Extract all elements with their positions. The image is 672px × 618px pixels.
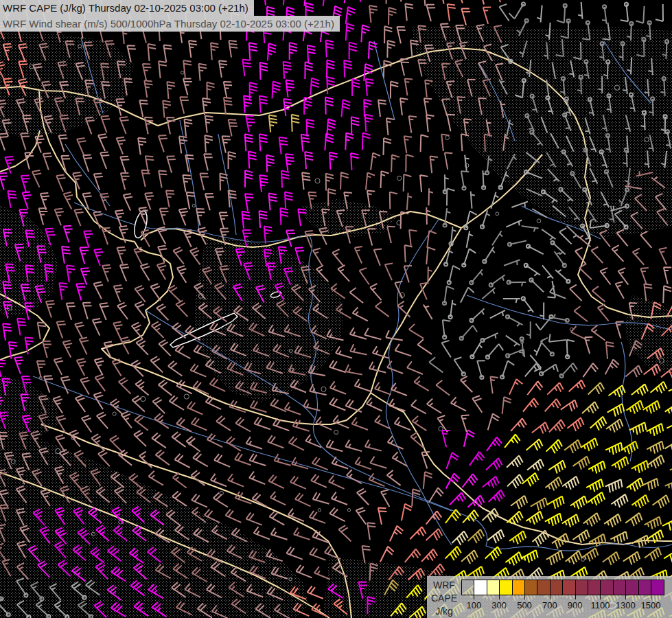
legend-tick	[499, 595, 500, 599]
title-line-cape: WRF CAPE (J/kg) Thursday 02-10-2025 03:0…	[0, 0, 254, 16]
legend-tick-label: 1500	[641, 600, 661, 610]
legend-tick-label: 900	[568, 600, 583, 610]
legend-swatch	[575, 580, 589, 595]
legend-tick	[600, 595, 601, 599]
weather-map	[0, 0, 672, 618]
legend-tick	[524, 595, 525, 599]
legend-swatch	[550, 580, 564, 595]
legend-colorbar: 100300500700900110013001500	[461, 580, 664, 595]
legend-swatch	[461, 580, 475, 595]
legend-swatch	[499, 580, 513, 595]
legend-swatch	[613, 580, 627, 595]
legend-swatch	[487, 580, 500, 595]
legend-tick-label: 700	[542, 600, 557, 610]
legend-tick	[575, 595, 576, 599]
legend-tick	[474, 595, 474, 599]
legend-tick-label: 1300	[616, 600, 636, 610]
legend-swatch	[524, 580, 538, 595]
legend-title: WRF CAPE J/kg	[427, 576, 461, 618]
cape-legend: WRF CAPE J/kg 10030050070090011001300150…	[427, 576, 672, 618]
legend-swatch	[562, 580, 576, 595]
legend-title-param: CAPE	[427, 592, 461, 605]
legend-swatch	[588, 580, 601, 595]
legend-swatch	[474, 580, 487, 595]
legend-tick-label: 500	[517, 600, 532, 610]
legend-swatch	[625, 580, 639, 595]
legend-tick-label: 1100	[590, 600, 610, 610]
title-line-shear: WRF Wind shear (m/s) 500/1000hPa Thursda…	[0, 16, 340, 32]
legend-tick	[651, 595, 651, 599]
legend-swatch	[537, 580, 551, 595]
legend-swatch	[512, 580, 526, 595]
legend-swatch	[638, 580, 652, 595]
legend-swatch	[651, 580, 664, 595]
legend-tick-label: 100	[467, 600, 482, 610]
legend-title-unit: J/kg	[427, 605, 461, 618]
legend-tick	[550, 595, 551, 599]
legend-tick	[625, 595, 626, 599]
legend-title-model: WRF	[427, 579, 461, 592]
title-bar: WRF CAPE (J/kg) Thursday 02-10-2025 03:0…	[0, 0, 340, 32]
legend-tick-label: 300	[491, 600, 507, 610]
legend-swatch	[600, 580, 614, 595]
weather-map-stage: WRF CAPE (J/kg) Thursday 02-10-2025 03:0…	[0, 0, 672, 618]
